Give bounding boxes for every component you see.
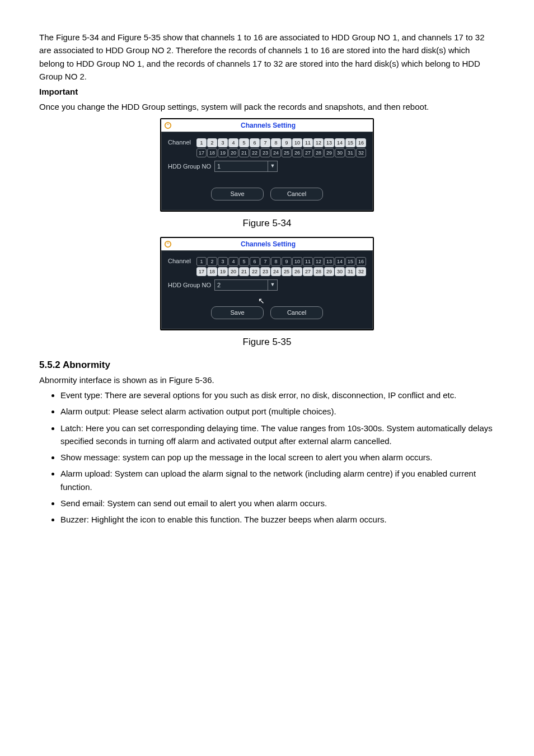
dialog-title-icon [163, 240, 172, 249]
channel-box[interactable]: 9 [282, 138, 292, 147]
intro-paragraph-2: Once you change the HDD Group settings, … [39, 100, 495, 113]
channel-box[interactable]: 32 [356, 267, 366, 276]
channel-label: Channel [168, 138, 196, 147]
channel-box[interactable]: 26 [292, 148, 302, 157]
channel-box[interactable]: 28 [313, 148, 324, 157]
dialog-titlebar: Channels Setting [161, 238, 373, 251]
figure-caption-5-34: Figure 5-34 [39, 216, 495, 231]
channel-box[interactable]: 24 [271, 148, 281, 157]
channel-box[interactable]: 19 [218, 267, 228, 276]
channel-box[interactable]: 2 [207, 138, 217, 147]
abnormity-bullet-list: Event type: There are several options fo… [39, 389, 495, 526]
bullet-buzzer: Buzzer: Highlight the icon to enable thi… [60, 513, 495, 526]
channel-box[interactable]: 13 [324, 138, 334, 147]
channel-box[interactable]: 22 [250, 267, 260, 276]
channel-box[interactable]: 20 [228, 267, 238, 276]
channel-box[interactable]: 28 [313, 267, 324, 276]
save-button[interactable]: Save [211, 306, 264, 319]
channel-box[interactable]: 24 [271, 267, 281, 276]
channel-box[interactable]: 10 [292, 138, 302, 147]
channel-box[interactable]: 12 [313, 138, 324, 147]
channel-row-2: 17 18 19 20 21 22 23 24 25 26 27 28 29 3… [196, 267, 366, 276]
cancel-button[interactable]: Cancel [270, 188, 323, 200]
channel-box[interactable]: 7 [260, 257, 270, 266]
svg-point-0 [165, 123, 171, 129]
channel-box[interactable]: 30 [335, 148, 345, 157]
channel-row-1: 1 2 3 4 5 6 7 8 9 10 11 12 13 14 15 16 [196, 138, 366, 147]
channels-setting-dialog-2: Channels Setting Channel 1 2 3 4 5 6 7 8… [160, 237, 374, 331]
chevron-down-icon[interactable]: ▼ [268, 161, 277, 171]
bullet-alarm-upload: Alarm upload: System can upload the alar… [60, 467, 495, 493]
cancel-button[interactable]: Cancel [270, 306, 323, 319]
dialog-titlebar: Channels Setting [161, 119, 373, 133]
hdd-group-select[interactable]: 2 ▼ [214, 279, 278, 291]
hdd-group-label: HDD Group NO [168, 281, 211, 290]
channel-box[interactable]: 2 [207, 257, 217, 266]
bullet-event-type: Event type: There are several options fo… [60, 389, 495, 402]
channel-box[interactable]: 25 [282, 267, 292, 276]
channel-box[interactable]: 19 [218, 148, 228, 157]
bullet-send-email: Send email: System can send out email to… [60, 497, 495, 510]
channel-row-1: 1 2 3 4 5 6 7 8 9 10 11 12 13 14 15 16 [196, 257, 366, 266]
channel-box[interactable]: 6 [250, 138, 260, 147]
channel-box[interactable]: 27 [303, 148, 313, 157]
bullet-show-message: Show message: system can pop up the mess… [60, 451, 495, 464]
channel-box[interactable]: 17 [196, 148, 207, 157]
bullet-alarm-output: Alarm output: Please select alarm activa… [60, 405, 495, 418]
cursor-icon: ↖ [258, 295, 265, 307]
channel-box[interactable]: 21 [239, 267, 249, 276]
channel-box[interactable]: 18 [207, 267, 217, 276]
channel-box[interactable]: 29 [324, 148, 334, 157]
channel-box[interactable]: 15 [345, 257, 355, 266]
channel-box[interactable]: 7 [260, 138, 270, 147]
hdd-group-value: 1 [215, 162, 268, 171]
channel-row-2: 17 18 19 20 21 22 23 24 25 26 27 28 29 3… [196, 148, 366, 157]
channel-box[interactable]: 15 [345, 138, 355, 147]
channel-box[interactable]: 10 [292, 257, 302, 266]
chevron-down-icon[interactable]: ▼ [268, 280, 277, 290]
channel-box[interactable]: 26 [292, 267, 302, 276]
save-button[interactable]: Save [211, 188, 264, 200]
channel-box[interactable]: 12 [313, 257, 324, 266]
channel-box[interactable]: 6 [250, 257, 260, 266]
channel-box[interactable]: 3 [218, 257, 228, 266]
channel-box[interactable]: 23 [260, 267, 270, 276]
channel-box[interactable]: 14 [335, 138, 345, 147]
channel-box[interactable]: 20 [228, 148, 238, 157]
channel-box[interactable]: 9 [282, 257, 292, 266]
channel-box[interactable]: 16 [356, 138, 366, 147]
channel-box[interactable]: 18 [207, 148, 217, 157]
channel-box[interactable]: 11 [303, 138, 313, 147]
channel-box[interactable]: 3 [218, 138, 228, 147]
channel-box[interactable]: 4 [228, 138, 238, 147]
hdd-group-value: 2 [215, 281, 268, 290]
channel-box[interactable]: 5 [239, 257, 249, 266]
channel-box[interactable]: 8 [271, 138, 281, 147]
channel-box[interactable]: 1 [196, 138, 207, 147]
channel-box[interactable]: 11 [303, 257, 313, 266]
channel-box[interactable]: 5 [239, 138, 249, 147]
channel-box[interactable]: 14 [335, 257, 345, 266]
channel-box[interactable]: 4 [228, 257, 238, 266]
channel-box[interactable]: 22 [250, 148, 260, 157]
channel-box[interactable]: 27 [303, 267, 313, 276]
channel-box[interactable]: 1 [196, 257, 207, 266]
channel-box[interactable]: 29 [324, 267, 334, 276]
channel-box[interactable]: 30 [335, 267, 345, 276]
channel-box[interactable]: 25 [282, 148, 292, 157]
svg-point-1 [165, 241, 171, 248]
channel-box[interactable]: 13 [324, 257, 334, 266]
section-heading-abnormity: 5.5.2 Abnormity [39, 358, 495, 372]
channel-box[interactable]: 32 [356, 148, 366, 157]
figure-caption-5-35: Figure 5-35 [39, 335, 495, 349]
channels-setting-dialog-1: Channels Setting Channel 1 2 3 4 5 6 7 8… [160, 118, 374, 212]
channel-box[interactable]: 16 [356, 257, 366, 266]
channel-box[interactable]: 31 [345, 267, 355, 276]
channel-box[interactable]: 8 [271, 257, 281, 266]
hdd-group-select[interactable]: 1 ▼ [214, 161, 278, 172]
channel-box[interactable]: 17 [196, 267, 207, 276]
channel-box[interactable]: 23 [260, 148, 270, 157]
abnormity-intro: Abnormity interface is shown as in Figur… [39, 374, 495, 386]
channel-box[interactable]: 21 [239, 148, 249, 157]
channel-box[interactable]: 31 [345, 148, 355, 157]
